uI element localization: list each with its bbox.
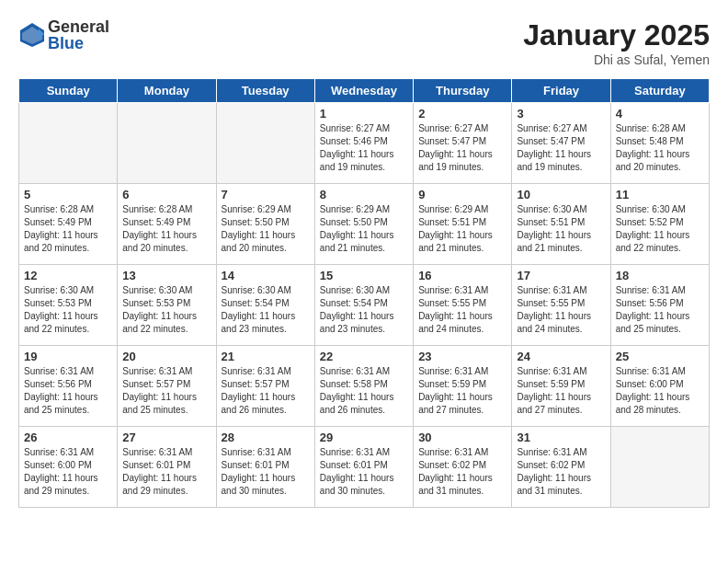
day-number: 23 xyxy=(418,350,506,363)
day-number: 9 xyxy=(418,188,506,201)
day-info: Sunrise: 6:30 AM Sunset: 5:54 PM Dayligh… xyxy=(320,284,408,336)
day-number: 24 xyxy=(517,350,605,363)
day-cell: 3Sunrise: 6:27 AM Sunset: 5:47 PM Daylig… xyxy=(512,103,610,184)
day-cell: 4Sunrise: 6:28 AM Sunset: 5:48 PM Daylig… xyxy=(610,103,709,184)
day-info: Sunrise: 6:28 AM Sunset: 5:49 PM Dayligh… xyxy=(122,203,210,255)
day-cell: 8Sunrise: 6:29 AM Sunset: 5:50 PM Daylig… xyxy=(314,184,413,265)
weekday-header-row: SundayMondayTuesdayWednesdayThursdayFrid… xyxy=(19,79,710,103)
logo-icon xyxy=(18,21,46,49)
day-info: Sunrise: 6:29 AM Sunset: 5:50 PM Dayligh… xyxy=(320,203,408,255)
day-info: Sunrise: 6:30 AM Sunset: 5:53 PM Dayligh… xyxy=(122,284,210,336)
day-cell: 18Sunrise: 6:31 AM Sunset: 5:56 PM Dayli… xyxy=(610,265,709,346)
day-number: 30 xyxy=(418,431,506,444)
day-number: 13 xyxy=(122,269,210,282)
weekday-header-sunday: Sunday xyxy=(19,79,118,103)
calendar-subtitle: Dhi as Sufal, Yemen xyxy=(523,52,710,67)
day-cell: 17Sunrise: 6:31 AM Sunset: 5:55 PM Dayli… xyxy=(512,265,610,346)
day-info: Sunrise: 6:31 AM Sunset: 5:59 PM Dayligh… xyxy=(517,365,605,417)
day-number: 27 xyxy=(122,431,210,444)
day-info: Sunrise: 6:31 AM Sunset: 5:56 PM Dayligh… xyxy=(24,365,112,417)
day-number: 17 xyxy=(517,269,605,282)
day-info: Sunrise: 6:31 AM Sunset: 5:55 PM Dayligh… xyxy=(418,284,506,336)
day-info: Sunrise: 6:31 AM Sunset: 5:56 PM Dayligh… xyxy=(616,284,704,336)
day-cell: 7Sunrise: 6:29 AM Sunset: 5:50 PM Daylig… xyxy=(216,184,314,265)
day-number: 7 xyxy=(222,188,310,201)
weekday-header-saturday: Saturday xyxy=(610,79,709,103)
day-info: Sunrise: 6:31 AM Sunset: 6:02 PM Dayligh… xyxy=(418,446,506,498)
day-info: Sunrise: 6:30 AM Sunset: 5:54 PM Dayligh… xyxy=(222,284,310,336)
day-number: 28 xyxy=(222,431,310,444)
day-cell: 15Sunrise: 6:30 AM Sunset: 5:54 PM Dayli… xyxy=(314,265,413,346)
day-cell xyxy=(118,103,216,184)
day-cell: 14Sunrise: 6:30 AM Sunset: 5:54 PM Dayli… xyxy=(216,265,314,346)
day-number: 18 xyxy=(616,269,704,282)
weekday-header-monday: Monday xyxy=(118,79,216,103)
calendar-title: January 2025 xyxy=(523,18,710,52)
day-cell xyxy=(19,103,118,184)
logo-blue-text: Blue xyxy=(48,35,109,52)
weekday-header-wednesday: Wednesday xyxy=(314,79,413,103)
day-info: Sunrise: 6:31 AM Sunset: 5:57 PM Dayligh… xyxy=(122,365,210,417)
day-info: Sunrise: 6:30 AM Sunset: 5:53 PM Dayligh… xyxy=(24,284,112,336)
day-cell: 6Sunrise: 6:28 AM Sunset: 5:49 PM Daylig… xyxy=(118,184,216,265)
day-cell: 11Sunrise: 6:30 AM Sunset: 5:52 PM Dayli… xyxy=(610,184,709,265)
day-cell: 10Sunrise: 6:30 AM Sunset: 5:51 PM Dayli… xyxy=(512,184,610,265)
day-info: Sunrise: 6:30 AM Sunset: 5:51 PM Dayligh… xyxy=(517,203,605,255)
day-number: 16 xyxy=(418,269,506,282)
week-row-1: 1Sunrise: 6:27 AM Sunset: 5:46 PM Daylig… xyxy=(19,103,710,184)
weekday-header-thursday: Thursday xyxy=(414,79,512,103)
day-number: 21 xyxy=(222,350,310,363)
header: General Blue January 2025 Dhi as Sufal, … xyxy=(18,18,710,67)
day-number: 11 xyxy=(616,188,704,201)
calendar-page: General Blue January 2025 Dhi as Sufal, … xyxy=(0,0,728,563)
week-row-5: 26Sunrise: 6:31 AM Sunset: 6:00 PM Dayli… xyxy=(19,427,710,508)
day-info: Sunrise: 6:31 AM Sunset: 5:58 PM Dayligh… xyxy=(320,365,408,417)
logo: General Blue xyxy=(18,18,109,52)
logo-text: General Blue xyxy=(48,18,109,52)
day-number: 10 xyxy=(517,188,605,201)
day-info: Sunrise: 6:31 AM Sunset: 6:00 PM Dayligh… xyxy=(24,446,112,498)
day-number: 19 xyxy=(24,350,112,363)
day-cell: 19Sunrise: 6:31 AM Sunset: 5:56 PM Dayli… xyxy=(19,346,118,427)
day-cell: 29Sunrise: 6:31 AM Sunset: 6:01 PM Dayli… xyxy=(314,427,413,508)
day-cell: 27Sunrise: 6:31 AM Sunset: 6:01 PM Dayli… xyxy=(118,427,216,508)
day-cell: 28Sunrise: 6:31 AM Sunset: 6:01 PM Dayli… xyxy=(216,427,314,508)
day-number: 6 xyxy=(122,188,210,201)
day-number: 2 xyxy=(418,107,506,121)
week-row-4: 19Sunrise: 6:31 AM Sunset: 5:56 PM Dayli… xyxy=(19,346,710,427)
day-cell: 30Sunrise: 6:31 AM Sunset: 6:02 PM Dayli… xyxy=(414,427,512,508)
day-info: Sunrise: 6:31 AM Sunset: 6:00 PM Dayligh… xyxy=(616,365,704,417)
day-number: 20 xyxy=(122,350,210,363)
day-info: Sunrise: 6:27 AM Sunset: 5:46 PM Dayligh… xyxy=(320,122,408,174)
day-info: Sunrise: 6:31 AM Sunset: 5:59 PM Dayligh… xyxy=(418,365,506,417)
day-info: Sunrise: 6:31 AM Sunset: 6:01 PM Dayligh… xyxy=(320,446,408,498)
day-cell: 31Sunrise: 6:31 AM Sunset: 6:02 PM Dayli… xyxy=(512,427,610,508)
title-block: January 2025 Dhi as Sufal, Yemen xyxy=(523,18,710,67)
day-cell: 2Sunrise: 6:27 AM Sunset: 5:47 PM Daylig… xyxy=(414,103,512,184)
day-info: Sunrise: 6:28 AM Sunset: 5:49 PM Dayligh… xyxy=(24,203,112,255)
day-cell: 9Sunrise: 6:29 AM Sunset: 5:51 PM Daylig… xyxy=(414,184,512,265)
day-number: 12 xyxy=(24,269,112,282)
day-info: Sunrise: 6:31 AM Sunset: 6:01 PM Dayligh… xyxy=(222,446,310,498)
week-row-3: 12Sunrise: 6:30 AM Sunset: 5:53 PM Dayli… xyxy=(19,265,710,346)
day-number: 8 xyxy=(320,188,408,201)
day-number: 26 xyxy=(24,431,112,444)
day-number: 5 xyxy=(24,188,112,201)
day-info: Sunrise: 6:27 AM Sunset: 5:47 PM Dayligh… xyxy=(418,122,506,174)
calendar-table: SundayMondayTuesdayWednesdayThursdayFrid… xyxy=(18,78,710,508)
day-info: Sunrise: 6:28 AM Sunset: 5:48 PM Dayligh… xyxy=(616,122,704,174)
day-number: 25 xyxy=(616,350,704,363)
weekday-header-friday: Friday xyxy=(512,79,610,103)
day-cell: 16Sunrise: 6:31 AM Sunset: 5:55 PM Dayli… xyxy=(414,265,512,346)
weekday-header-tuesday: Tuesday xyxy=(216,79,314,103)
day-number: 3 xyxy=(517,107,605,121)
day-info: Sunrise: 6:31 AM Sunset: 5:57 PM Dayligh… xyxy=(222,365,310,417)
day-number: 15 xyxy=(320,269,408,282)
day-info: Sunrise: 6:31 AM Sunset: 6:02 PM Dayligh… xyxy=(517,446,605,498)
day-cell: 24Sunrise: 6:31 AM Sunset: 5:59 PM Dayli… xyxy=(512,346,610,427)
day-number: 31 xyxy=(517,431,605,444)
day-cell: 22Sunrise: 6:31 AM Sunset: 5:58 PM Dayli… xyxy=(314,346,413,427)
day-info: Sunrise: 6:31 AM Sunset: 6:01 PM Dayligh… xyxy=(122,446,210,498)
day-info: Sunrise: 6:30 AM Sunset: 5:52 PM Dayligh… xyxy=(616,203,704,255)
day-number: 1 xyxy=(320,107,408,121)
